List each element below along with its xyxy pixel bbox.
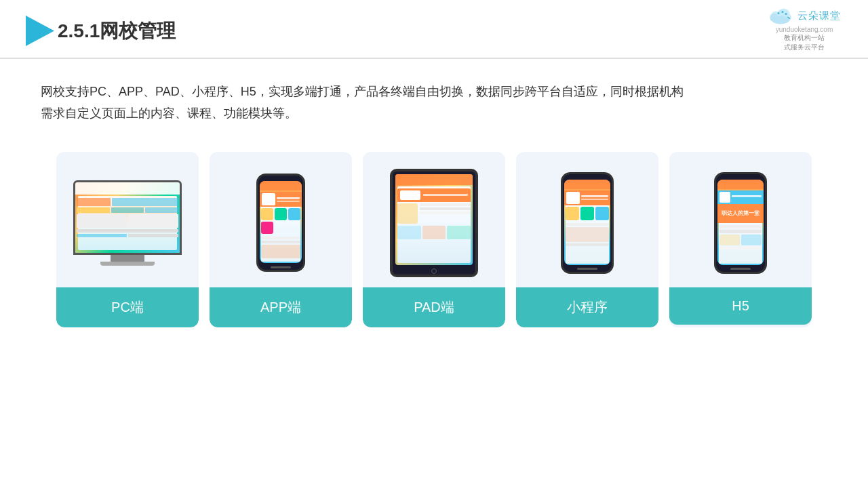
device-cards-container: PC端 <box>0 131 868 348</box>
cloud-brand-icon <box>768 6 793 25</box>
svg-point-8 <box>782 11 784 13</box>
phone-h5-mockup: 职达人的第一堂 <box>714 172 767 274</box>
svg-point-7 <box>778 12 780 14</box>
title-section: 2.5.1网校管理 <box>58 18 176 44</box>
phone-app-mockup <box>256 174 305 272</box>
card-miniprogram-label: 小程序 <box>516 287 658 327</box>
card-h5-image: 职达人的第一堂 <box>669 152 812 287</box>
description-text: 网校支持PC、APP、PAD、小程序、H5，实现多端打通，产品各终端自由切换，数… <box>0 59 868 131</box>
card-pad-image <box>363 152 505 287</box>
pc-monitor-mockup <box>73 180 182 266</box>
card-h5-label: H5 <box>669 287 812 325</box>
logo-icon <box>20 12 58 49</box>
brand-logo-area: 云朵课堂 yunduoketang.com 教育机构一站式服务云平台 <box>768 6 841 52</box>
card-miniprogram-image <box>516 152 658 287</box>
card-app-label: APP端 <box>210 287 352 327</box>
card-pc: PC端 <box>56 152 199 327</box>
page-header: 2.5.1网校管理 云朵课堂 yunduoketang.com 教育机构一站式服… <box>0 0 868 59</box>
brand-url: yunduoketang.com <box>776 25 833 33</box>
svg-point-9 <box>785 13 787 15</box>
tablet-pad-mockup <box>390 169 478 277</box>
brand-name-text: 云朵课堂 <box>797 9 841 22</box>
card-pad-label: PAD端 <box>363 287 505 327</box>
page-title: 2.5.1网校管理 <box>58 18 176 44</box>
brand-tagline: 教育机构一站式服务云平台 <box>784 33 825 52</box>
card-app-image <box>210 152 352 287</box>
svg-marker-0 <box>26 16 54 46</box>
card-pad: PAD端 <box>363 152 505 327</box>
card-pc-label: PC端 <box>56 287 199 327</box>
phone-miniprogram-mockup <box>561 172 614 274</box>
card-miniprogram: 小程序 <box>516 152 658 327</box>
svg-point-6 <box>772 16 789 24</box>
card-pc-image <box>56 152 199 287</box>
card-app: APP端 <box>210 152 352 327</box>
card-h5: 职达人的第一堂 <box>669 152 812 327</box>
